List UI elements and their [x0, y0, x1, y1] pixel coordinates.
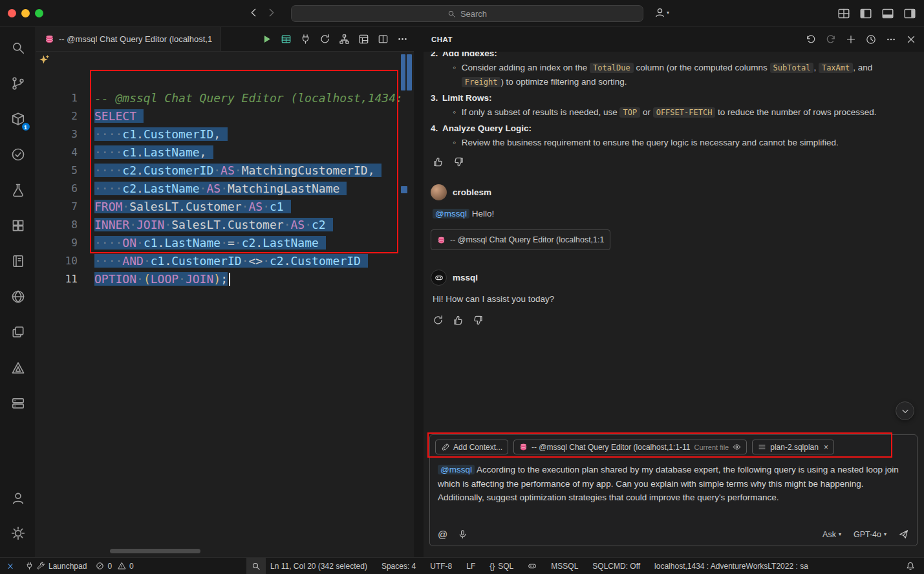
chat-message-list[interactable]: 2. Add Indexes: ◦Consider adding an inde… [424, 52, 924, 434]
results-grid-icon[interactable] [281, 34, 292, 45]
chat-input-text[interactable]: @mssql According to the execution plan s… [430, 457, 917, 505]
connection-status[interactable]: localhost,1434 : AdventureWorksLT2022 : … [650, 558, 812, 574]
message-text: @mssql Hello! [433, 209, 494, 218]
zoom-window-button[interactable] [35, 9, 43, 17]
list-number: 2. [431, 52, 442, 61]
sidebar-item-testing[interactable] [7, 144, 29, 165]
line-number: 10 [36, 252, 94, 270]
more-actions-icon[interactable] [886, 34, 896, 45]
indentation-indicator[interactable]: Spaces: 4 [378, 558, 420, 574]
line-number: 9 [36, 234, 94, 252]
list-item: 3. Limit Rows: [431, 91, 912, 105]
microphone-icon[interactable] [458, 529, 467, 539]
sidebar-item-search[interactable] [7, 37, 29, 59]
language-mode[interactable]: {}SQL [486, 558, 517, 574]
editor-tab-bar: -- @mssql Chat Query Editor (localhost,1 [36, 27, 414, 52]
thumbs-down-icon[interactable] [473, 315, 484, 326]
sidebar-item-source-control[interactable] [7, 72, 29, 94]
change-connection-icon[interactable] [300, 34, 311, 45]
bullet-text: If only a subset of results is needed, u… [462, 105, 877, 120]
cursor-position[interactable]: Ln 11, Col 20 (342 selected) [266, 558, 371, 574]
tab-mssql-chat-query-editor[interactable]: -- @mssql Chat Query Editor (localhost,1 [36, 27, 221, 51]
settings-gear-icon[interactable] [7, 522, 29, 544]
editor-chat-divider[interactable] [414, 27, 424, 557]
line-number: 6 [36, 180, 94, 198]
undo-icon[interactable] [806, 34, 816, 45]
minimize-window-button[interactable] [21, 9, 30, 17]
back-icon[interactable] [248, 7, 259, 20]
search-icon [252, 562, 261, 571]
eol-indicator[interactable]: LF [462, 558, 479, 574]
forward-icon[interactable] [266, 7, 277, 20]
overview-ruler-mark [407, 54, 412, 90]
refresh-intellisense-icon[interactable] [319, 34, 330, 45]
remote-indicator[interactable] [0, 558, 21, 574]
run-query-icon[interactable] [261, 34, 272, 45]
sidebar-item-lab[interactable] [7, 179, 29, 201]
copilot-status[interactable] [524, 558, 541, 574]
chat-history-icon[interactable] [866, 34, 876, 45]
sidebar-item-sql-projects[interactable] [7, 357, 29, 379]
list-number: 4. [431, 122, 442, 136]
add-context-button[interactable]: Add Context... [435, 440, 508, 454]
launchpad-button[interactable]: Launchpad [21, 558, 91, 574]
toggle-panel-icon[interactable] [881, 7, 894, 20]
new-chat-icon[interactable] [846, 34, 856, 45]
chevron-down-icon [900, 406, 910, 416]
problems-indicator[interactable]: 0 0 [91, 558, 138, 574]
more-actions-icon[interactable] [397, 34, 408, 45]
source-control-icon [11, 76, 25, 90]
text-segment: column (or the computed columns [634, 63, 770, 72]
model-selector[interactable]: GPT-4o▾ [854, 530, 886, 539]
triangle-icon [11, 361, 25, 375]
sidebar-item-copies[interactable] [7, 321, 29, 343]
toggle-sidebar-icon[interactable] [859, 7, 872, 20]
actual-plan-icon[interactable] [358, 34, 369, 45]
copilot-sparkle-icon[interactable] [39, 54, 50, 67]
code-line: 8INNER·JOIN·SalesLT.Customer·AS·c2 [36, 216, 401, 234]
scroll-to-bottom-button[interactable] [896, 401, 914, 420]
account-menu[interactable]: ▾ [654, 7, 669, 18]
notifications-bell[interactable] [902, 558, 919, 574]
encoding-indicator[interactable]: UTF-8 [426, 558, 456, 574]
redo-icon[interactable] [826, 34, 836, 45]
sqlcmd-status[interactable]: SQLCMD: Off [588, 558, 644, 574]
mention-icon[interactable]: @ [438, 529, 447, 540]
zoom-button[interactable] [246, 558, 266, 574]
close-icon[interactable] [906, 34, 916, 45]
estimated-plan-icon[interactable] [339, 34, 350, 45]
horizontal-scrollbar[interactable] [110, 549, 200, 553]
command-center-search[interactable]: Search [291, 5, 643, 22]
attachment-chip[interactable]: -- @mssql Chat Query Editor (localhost,1… [431, 229, 610, 250]
file-context-meta: Current file [694, 443, 729, 451]
sidebar-item-notebooks[interactable] [7, 250, 29, 272]
copilot-icon [528, 562, 537, 571]
chat-input-container[interactable]: Add Context... -- @mssql Chat Query Edit… [429, 434, 918, 546]
line-number: 7 [36, 198, 94, 216]
code-editor[interactable]: 1-- @mssql Chat Query Editor (localhost,… [36, 52, 401, 547]
sidebar-item-remote-explorer[interactable]: 1 [7, 108, 29, 130]
person-icon [654, 7, 665, 18]
send-icon[interactable] [899, 529, 908, 539]
remove-chip-icon[interactable]: × [824, 443, 828, 452]
assistant-message-header: mssql [431, 270, 912, 286]
sidebar-item-web[interactable] [7, 286, 29, 308]
layout-grid-icon[interactable] [837, 7, 850, 20]
sidebar-item-database[interactable] [7, 392, 29, 414]
plan-context-chip[interactable]: plan-2.sqlplan × [752, 440, 834, 454]
thumbs-up-icon[interactable] [433, 156, 444, 167]
bell-icon [906, 562, 915, 571]
regenerate-icon[interactable] [433, 315, 444, 326]
sidebar-item-extensions[interactable] [7, 215, 29, 237]
thumbs-up-icon[interactable] [453, 315, 464, 326]
toggle-secondary-sidebar-icon[interactable] [903, 7, 916, 20]
split-editor-icon[interactable] [378, 34, 389, 45]
close-window-button[interactable] [8, 9, 16, 17]
mssql-status[interactable]: MSSQL [547, 558, 582, 574]
eye-icon[interactable] [733, 443, 741, 451]
file-context-chip[interactable]: -- @mssql Chat Query Editor (localhost,1… [513, 440, 747, 454]
mode-selector[interactable]: Ask▾ [822, 530, 841, 539]
line-number: 4 [36, 144, 94, 162]
account-icon[interactable] [7, 487, 29, 509]
thumbs-down-icon[interactable] [453, 156, 464, 167]
